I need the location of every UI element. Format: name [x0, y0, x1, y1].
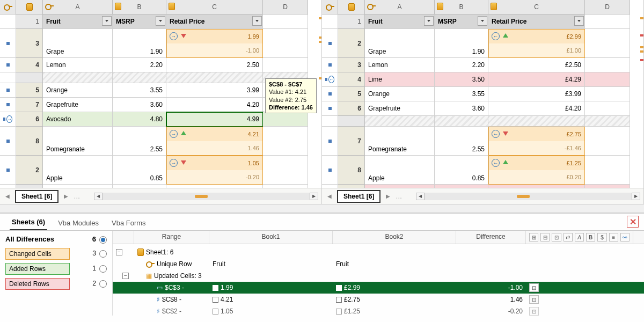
tab-prev-icon[interactable]: ◀ — [325, 192, 334, 201]
row-number[interactable]: 7 — [338, 127, 365, 156]
table-column-retail[interactable]: Retail Price — [166, 14, 263, 29]
row-number[interactable]: 6 — [338, 101, 365, 116]
dropdown-icon[interactable] — [574, 16, 584, 26]
tab-prev-icon[interactable]: ◀ — [3, 192, 12, 201]
cell[interactable]: Grapefruite — [365, 101, 435, 116]
cell[interactable] — [585, 156, 630, 185]
tool-icon[interactable]: ⇄ — [564, 233, 573, 241]
tab-vba-forms[interactable]: Vba Forms — [109, 216, 148, 230]
link-icon[interactable]: ⚯ — [620, 233, 630, 241]
right-grid[interactable]: ABCD1FruitMSRPRetail Price2Grape1.90←£2.… — [322, 0, 643, 188]
cell[interactable]: 2.55 — [113, 127, 166, 156]
cell[interactable]: Avocado — [43, 112, 113, 127]
row-number[interactable]: 4 — [16, 58, 43, 72]
cell[interactable] — [113, 185, 166, 188]
legend-changed[interactable]: Changed Cells — [5, 248, 70, 260]
cell[interactable]: Pomegranate — [365, 127, 435, 156]
cell[interactable] — [166, 185, 263, 188]
diff-cell[interactable]: →1.05-0.20 — [166, 156, 263, 185]
cell[interactable] — [263, 185, 308, 188]
tool-icon[interactable]: ⊡ — [552, 233, 561, 241]
column-header[interactable]: D — [585, 0, 630, 14]
row-number[interactable]: 8 — [16, 127, 43, 156]
cell[interactable]: Tomato — [365, 185, 435, 188]
cell[interactable]: Orange — [43, 83, 113, 98]
cell[interactable]: Grape — [365, 29, 435, 58]
cell[interactable] — [585, 58, 630, 72]
tab-next-icon[interactable]: ▶ — [62, 192, 70, 201]
cell[interactable] — [263, 29, 308, 58]
sheet-tab[interactable]: Sheet1 [6] — [15, 190, 58, 203]
action-icon[interactable]: ⊡ — [529, 283, 539, 292]
column-header[interactable]: C — [488, 0, 585, 14]
table-column-fruit[interactable]: Fruit — [365, 14, 435, 29]
row-number[interactable]: 1 — [338, 14, 365, 29]
row-number[interactable]: 1 — [16, 14, 43, 29]
dropdown-icon[interactable] — [424, 16, 434, 26]
row-number[interactable]: 5 — [338, 87, 365, 101]
cell[interactable] — [263, 127, 308, 156]
cell[interactable]: 2.55 — [435, 127, 488, 156]
cell[interactable]: Apple — [43, 156, 113, 185]
cell[interactable] — [263, 156, 308, 185]
filter-all-radio[interactable] — [99, 236, 107, 244]
dropdown-icon[interactable] — [156, 16, 165, 26]
filter-deleted-radio[interactable] — [99, 280, 107, 288]
row-number[interactable] — [338, 116, 365, 127]
tool-icon[interactable]: ⊟ — [540, 233, 550, 241]
cell[interactable]: Pomegranate — [43, 127, 113, 156]
cell[interactable]: £2.50 — [488, 58, 585, 72]
cell[interactable] — [263, 14, 308, 29]
diff-cell[interactable]: ←£2.75-£1.46 — [488, 127, 585, 156]
diff-cell[interactable]: ←£1.25£0.20 — [488, 156, 585, 185]
cell[interactable]: Grape — [43, 29, 113, 58]
dropdown-icon[interactable] — [478, 16, 487, 26]
cell[interactable]: 3.60 — [435, 101, 488, 116]
cell[interactable] — [585, 87, 630, 101]
diff-row-selected[interactable]: ▭$C$3 - 1.99 £2.99 -1.00 ⊡ — [113, 282, 644, 294]
cell[interactable] — [585, 72, 630, 87]
row-number[interactable] — [16, 72, 43, 83]
cell[interactable] — [585, 101, 630, 116]
cell[interactable] — [263, 112, 308, 127]
diff-cell[interactable]: →4.211.46 — [166, 127, 263, 156]
row-number[interactable]: 8 — [338, 156, 365, 185]
row-number[interactable]: 3 — [338, 58, 365, 72]
bold-icon[interactable]: B — [586, 233, 595, 241]
sheet-tab[interactable]: Sheet1 [6] — [337, 190, 380, 203]
h-scrollbar[interactable]: ◀ ▶ — [416, 193, 640, 200]
currency-icon[interactable]: $ — [597, 233, 606, 241]
align-icon[interactable]: ≡ — [609, 233, 618, 241]
cell[interactable]: Grapefruite — [43, 98, 113, 112]
legend-added[interactable]: Added Rows — [5, 263, 70, 275]
column-header[interactable]: B — [435, 0, 488, 14]
column-header[interactable]: A — [365, 0, 435, 14]
cell[interactable]: Orange — [365, 87, 435, 101]
table-column-msrp[interactable]: MSRP — [435, 14, 488, 29]
cell[interactable]: £1.25 — [488, 185, 585, 188]
corner-header[interactable] — [338, 0, 365, 14]
cell[interactable] — [585, 14, 630, 29]
dropdown-icon[interactable] — [102, 16, 112, 26]
tab-sheets[interactable]: Sheets (6) — [10, 215, 47, 230]
row-number[interactable]: 9 — [338, 185, 365, 188]
row-number[interactable]: 5 — [16, 83, 43, 98]
filter-added-radio[interactable] — [99, 265, 107, 273]
right-workbook-pane[interactable]: ABCD1FruitMSRPRetail Price2Grape1.90←£2.… — [322, 0, 644, 204]
left-sheet-tabs[interactable]: ◀ Sheet1 [6] ▶ … ◀ ▶ — [0, 188, 321, 204]
row-number[interactable]: 6 — [16, 112, 43, 127]
cell[interactable]: 3.55 — [113, 83, 166, 98]
cell[interactable]: Lemon — [365, 58, 435, 72]
cell[interactable]: Lemon — [43, 58, 113, 72]
cell[interactable]: £4.20 — [488, 101, 585, 116]
cell[interactable] — [263, 58, 308, 72]
diff-row[interactable]: ♯$C$2 - 1.05 £1.25 -0.20 ⊡ — [113, 305, 644, 317]
corner-header[interactable] — [0, 0, 16, 14]
table-column-msrp[interactable]: MSRP — [113, 14, 166, 29]
corner-header[interactable] — [16, 0, 43, 14]
expander-icon[interactable]: − — [116, 249, 122, 255]
filter-changed-radio[interactable] — [99, 250, 107, 258]
table-column-fruit[interactable]: Fruit — [43, 14, 113, 29]
cell[interactable]: 2.50 — [166, 58, 263, 72]
row-number[interactable]: 7 — [16, 98, 43, 112]
